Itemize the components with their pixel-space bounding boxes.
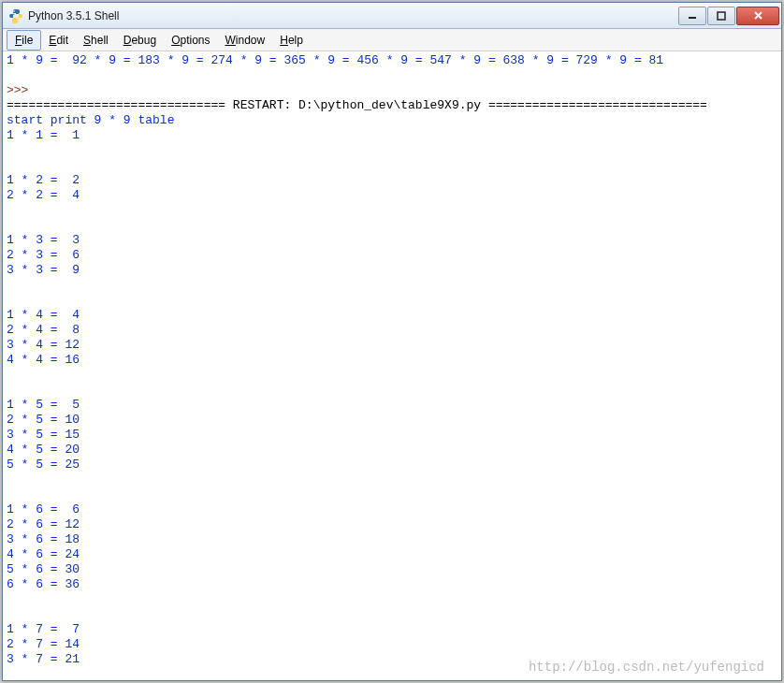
menu-edit[interactable]: Edit <box>41 31 76 50</box>
window-controls <box>677 7 779 25</box>
svg-rect-3 <box>718 12 725 20</box>
window-title: Python 3.5.1 Shell <box>28 9 677 22</box>
titlebar: Python 3.5.1 Shell <box>3 3 781 29</box>
shell-output[interactable]: 1 * 9 = 92 * 9 = 183 * 9 = 274 * 9 = 365… <box>3 51 781 680</box>
svg-point-1 <box>17 20 19 22</box>
maximize-button[interactable] <box>707 7 735 25</box>
content-area: 1 * 9 = 92 * 9 = 183 * 9 = 274 * 9 = 365… <box>3 51 781 680</box>
prompt: >>> <box>7 83 28 97</box>
close-button[interactable] <box>736 7 779 25</box>
restart-line: ============================== RESTART: … <box>7 98 707 112</box>
python-icon <box>8 8 23 23</box>
menu-window[interactable]: Window <box>218 31 273 50</box>
menu-file[interactable]: File <box>7 30 41 51</box>
menu-shell[interactable]: Shell <box>76 31 116 50</box>
menu-help[interactable]: Help <box>272 31 311 50</box>
svg-point-0 <box>13 10 15 12</box>
menubar: File Edit Shell Debug Options Window Hel… <box>3 29 781 51</box>
minimize-button[interactable] <box>678 7 706 25</box>
multiplication-table: 1 * 1 = 1 1 * 2 = 2 2 * 2 = 4 1 * 3 = 3 … <box>7 128 80 666</box>
start-msg: start print 9 * 9 table <box>7 113 174 127</box>
output-line: 1 * 9 = 92 * 9 = 183 * 9 = 274 * 9 = 365… <box>7 53 663 67</box>
app-window: Python 3.5.1 Shell File Edit Shell Debug… <box>2 2 782 681</box>
menu-options[interactable]: Options <box>164 31 217 50</box>
menu-debug[interactable]: Debug <box>116 31 164 50</box>
